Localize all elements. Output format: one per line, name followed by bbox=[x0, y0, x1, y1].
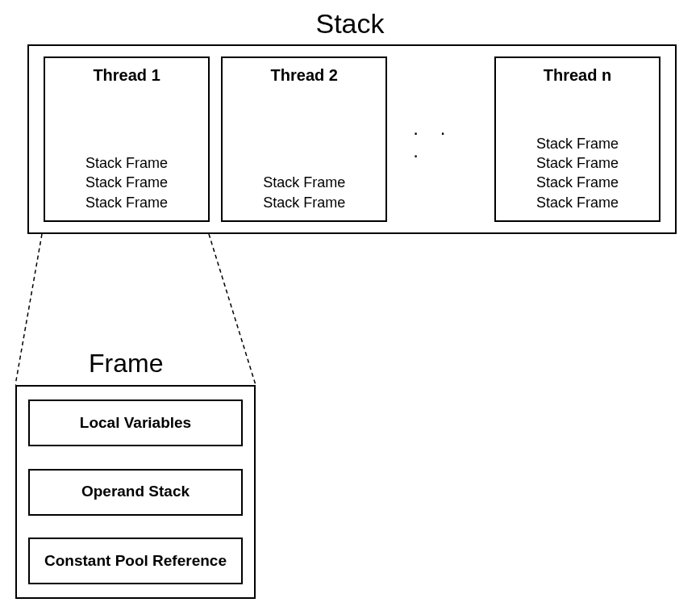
frame-section-operand-stack: Operand Stack bbox=[28, 469, 243, 516]
stack-title: Stack bbox=[0, 8, 700, 40]
ellipsis: . . . bbox=[398, 117, 494, 162]
stack-frame-item: Stack Frame bbox=[506, 134, 649, 153]
stack-frame-item: Stack Frame bbox=[506, 173, 649, 192]
frame-title: Frame bbox=[89, 349, 163, 379]
frame-section-constant-pool: Constant Pool Reference bbox=[28, 538, 243, 584]
svg-line-0 bbox=[15, 234, 42, 385]
stack-frame-item: Stack Frame bbox=[232, 193, 376, 212]
frame-section-local-variables: Local Variables bbox=[28, 400, 243, 446]
svg-line-1 bbox=[209, 234, 256, 385]
thread-title: Thread n bbox=[506, 66, 649, 85]
thread-frames: Stack Frame Stack Frame Stack Frame Stac… bbox=[506, 104, 649, 212]
thread-title: Thread 2 bbox=[232, 66, 376, 85]
thread-box-1: Thread 1 Stack Frame Stack Frame Stack F… bbox=[44, 56, 210, 222]
thread-box-2: Thread 2 Stack Frame Stack Frame bbox=[221, 56, 387, 222]
stack-container: Thread 1 Stack Frame Stack Frame Stack F… bbox=[27, 44, 677, 234]
stack-frame-item: Stack Frame bbox=[232, 173, 376, 192]
thread-box-n: Thread n Stack Frame Stack Frame Stack F… bbox=[494, 56, 660, 222]
thread-title: Thread 1 bbox=[55, 66, 198, 85]
stack-frame-item: Stack Frame bbox=[506, 193, 649, 212]
frame-container: Local Variables Operand Stack Constant P… bbox=[15, 385, 256, 599]
thread-frames: Stack Frame Stack Frame Stack Frame bbox=[55, 104, 198, 212]
stack-frame-item: Stack Frame bbox=[55, 153, 198, 173]
stack-frame-item: Stack Frame bbox=[55, 193, 198, 212]
thread-frames: Stack Frame Stack Frame bbox=[232, 104, 376, 212]
stack-frame-item: Stack Frame bbox=[55, 173, 198, 192]
stack-frame-item: Stack Frame bbox=[506, 153, 649, 173]
